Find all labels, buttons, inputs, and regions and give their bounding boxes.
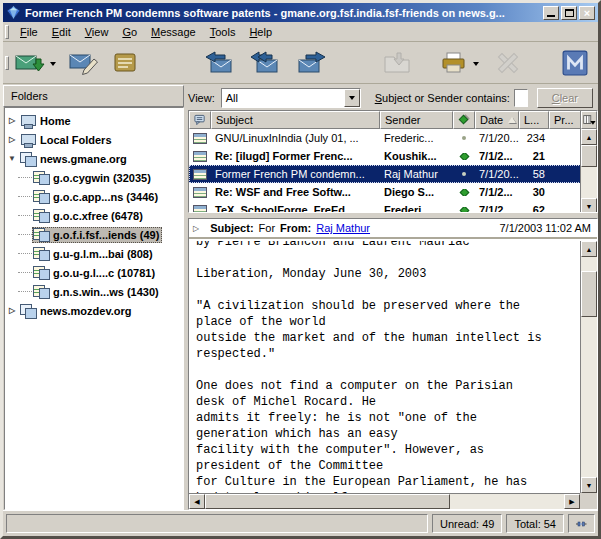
folder-item[interactable]: news.mozdev.org	[5, 301, 183, 320]
print-button[interactable]	[436, 47, 470, 79]
column-subject[interactable]: Subject	[211, 111, 380, 129]
twisty-icon[interactable]	[18, 234, 32, 235]
folder-item[interactable]: g.u-g.l.m...bai (808)	[5, 244, 183, 263]
read-marker-icon	[462, 172, 466, 176]
list-scrollbar[interactable]: ▲ ▼	[580, 111, 597, 213]
print-dropdown[interactable]	[470, 47, 481, 79]
reply-all-button[interactable]	[248, 47, 282, 79]
maximize-button[interactable]	[561, 6, 577, 20]
scroll-down-button[interactable]: ▼	[581, 477, 597, 493]
body-scrollbar-horizontal[interactable]: ◀ ▶	[189, 493, 580, 509]
twisty-icon[interactable]	[18, 177, 32, 178]
column-thread[interactable]	[189, 111, 211, 129]
get-msgs-dropdown[interactable]	[47, 47, 58, 79]
message-row[interactable]: Re: [ilugd] Former Frenc... Koushik... 7…	[189, 147, 597, 165]
scroll-thumb[interactable]	[581, 145, 597, 167]
menu-item[interactable]: File	[13, 24, 45, 40]
folder-tree: Home Local Folders news.gmane.org	[4, 107, 184, 510]
folder-item[interactable]: g.n.s.win...ws (1430)	[5, 282, 183, 301]
lines-cell: 30	[519, 186, 549, 198]
file-button[interactable]	[380, 47, 414, 79]
body-scrollbar-vertical[interactable]: ▲ ▼	[580, 241, 597, 493]
subject-cell: GNU/LinuxInIndia (July 01, ...	[211, 132, 380, 144]
reply-button[interactable]	[202, 47, 236, 79]
twisty-icon[interactable]	[5, 116, 19, 125]
menu-item[interactable]: Edit	[45, 24, 78, 40]
twisty-icon[interactable]	[5, 154, 19, 163]
close-icon: ×	[584, 8, 590, 18]
body-line: outside the market and of the human inte…	[196, 330, 580, 346]
subject-cell: Former French PM condemn...	[211, 168, 380, 180]
body-line: facility with the computer". However, as	[196, 442, 580, 458]
read-marker-icon	[459, 189, 469, 196]
scroll-up-button[interactable]: ▲	[581, 129, 597, 145]
close-button[interactable]: ×	[579, 6, 595, 20]
menu-item[interactable]: View	[78, 24, 116, 40]
scroll-left-button[interactable]: ◀	[189, 494, 205, 509]
column-date[interactable]: Date	[475, 111, 519, 129]
filter-input[interactable]	[514, 89, 528, 107]
twisty-icon[interactable]	[18, 291, 32, 292]
menu-item[interactable]: Tools	[203, 24, 243, 40]
compose-button[interactable]	[67, 47, 101, 79]
message-row[interactable]: GNU/LinuxInIndia (July 01, ... Frederic.…	[189, 129, 597, 147]
read-marker-icon	[462, 136, 466, 140]
clear-button[interactable]: Clear	[537, 88, 593, 108]
message-body[interactable]: by Pierre Briancon and Laurent MauriacLi…	[189, 241, 580, 493]
view-select[interactable]: All	[221, 88, 361, 108]
address-book-button[interactable]	[108, 47, 142, 79]
chevron-down-icon[interactable]	[344, 89, 360, 107]
column-flag[interactable]	[453, 111, 475, 129]
scroll-up-button[interactable]: ▲	[581, 241, 597, 257]
sender-cell: Frederi...	[380, 204, 453, 213]
folder-icon	[33, 228, 50, 242]
column-picker-button[interactable]	[581, 111, 597, 129]
folder-item[interactable]: Home	[5, 111, 183, 130]
column-sender[interactable]: Sender	[380, 111, 453, 129]
sender-cell: Frederic...	[380, 132, 453, 144]
expand-header-twisty[interactable]: ▷	[193, 224, 199, 233]
column-lines[interactable]: L...	[519, 111, 549, 129]
folder-item[interactable]: g.o.u-g.l....c (10781)	[5, 263, 183, 282]
scroll-thumb[interactable]	[581, 271, 597, 317]
folder-item[interactable]: g.o.f.i.fsf...iends (49)	[5, 225, 183, 244]
twisty-icon[interactable]	[5, 135, 19, 144]
folder-item[interactable]: news.gmane.org	[5, 149, 183, 168]
scroll-down-button[interactable]: ▼	[581, 198, 597, 213]
file-icon	[383, 51, 411, 75]
reply-icon	[204, 51, 234, 75]
get-msgs-button[interactable]	[13, 47, 47, 79]
scroll-thumb[interactable]	[205, 494, 450, 509]
twisty-icon[interactable]	[18, 196, 32, 197]
menu-item[interactable]: Message	[144, 24, 203, 40]
folder-label: g.n.s.win...ws (1430)	[53, 286, 159, 298]
body-line: "A civilization should be preserved wher…	[196, 298, 580, 314]
title-bar[interactable]: Former French PM condemns software paten…	[3, 3, 598, 22]
folder-item[interactable]: g.o.c.xfree (6478)	[5, 206, 183, 225]
twisty-icon[interactable]	[5, 306, 19, 315]
from-link[interactable]: Raj Mathur	[316, 222, 370, 234]
message-row[interactable]: Former French PM condemn... Raj Mathur 7…	[189, 165, 597, 183]
scroll-right-button[interactable]: ▶	[564, 494, 580, 509]
forward-button[interactable]	[294, 47, 328, 79]
mozilla-throbber[interactable]	[558, 47, 592, 79]
folder-item[interactable]: g.o.cygwin (32035)	[5, 168, 183, 187]
toolbar-grippy[interactable]	[5, 25, 9, 39]
menu-item[interactable]: Go	[115, 24, 144, 40]
toolbar-grippy[interactable]	[5, 56, 9, 70]
unread-count: Unread: 49	[432, 514, 502, 533]
menu-item[interactable]: Help	[242, 24, 279, 40]
twisty-icon[interactable]	[18, 272, 32, 273]
message-row[interactable]: Re: WSF and Free Softw... Diego S... 7/1…	[189, 183, 597, 201]
online-status-button[interactable]	[568, 514, 595, 533]
compose-icon	[69, 51, 99, 75]
folder-item[interactable]: Local Folders	[5, 130, 183, 149]
message-row[interactable]: TeX, SchoolForge, FreEd... Frederi... 7/…	[189, 201, 597, 213]
body-line: One does not find a computer on the Pari…	[196, 378, 580, 394]
minimize-button[interactable]	[543, 6, 559, 20]
twisty-icon[interactable]	[18, 253, 32, 254]
contains-label: Subject or Sender contains:	[375, 92, 510, 104]
twisty-icon[interactable]	[18, 215, 32, 216]
stop-button[interactable]	[491, 47, 525, 79]
folder-item[interactable]: g.o.c.app...ns (3446)	[5, 187, 183, 206]
